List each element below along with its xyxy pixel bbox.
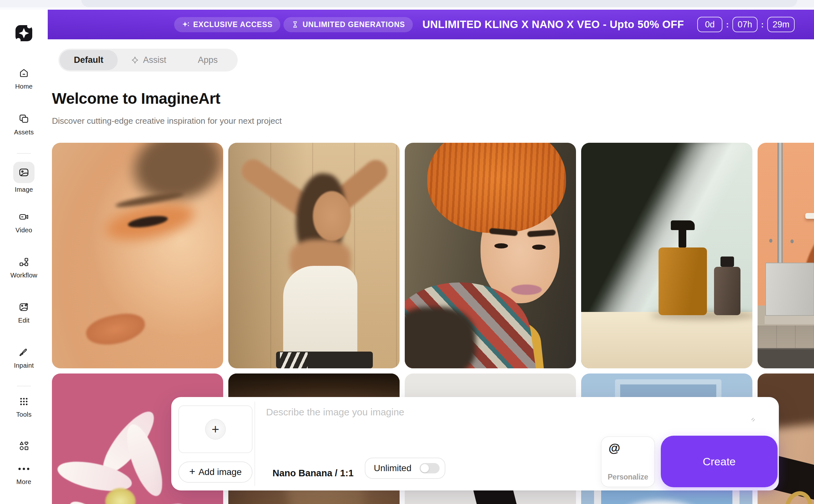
video-icon [18,211,30,222]
gallery-image-tanktop-portrait[interactable] [228,143,400,368]
imagineart-app: EXCLUSIVE ACCESS UNLIMITED GENERATIONS U… [0,0,814,504]
sidebar-label-video: Video [15,227,32,234]
browser-address-bar[interactable] [81,0,797,7]
sidebar-label-edit: Edit [18,317,29,324]
timer-separator: : [726,20,729,30]
hourglass-icon [291,21,299,28]
sparkle-icon [182,21,189,28]
sidebar-item-elements[interactable] [0,440,48,451]
sidebar-item-video[interactable]: Video [0,211,48,234]
shapes-icon [18,440,29,451]
brush-icon [18,347,29,358]
plus-icon: + [189,466,195,478]
imagineart-logo[interactable] [15,24,33,42]
mode-tabs: Default Assist Apps [58,49,238,72]
gallery-image-cosmetic-bottles[interactable] [581,143,752,368]
sidebar-label-workflow: Workflow [10,272,37,279]
model-selector[interactable]: Nano Banana / 1:1 [273,463,354,483]
add-image-label: Add image [198,467,242,477]
toggle-knob [421,464,429,472]
sidebar-item-home[interactable]: Home [0,68,48,90]
page-subtitle: Discover cutting-edge creative inspirati… [52,116,282,126]
sidebar-label-home: Home [15,83,33,90]
personalize-label: Personalize [601,473,654,481]
timer-days: 0d [697,17,722,32]
prompt-bar: + + Add image Nano Banana / 1:1 Unlimite… [171,397,779,490]
unlimited-label: Unlimited [374,463,412,473]
gallery-image-beanie-portrait[interactable] [405,143,576,368]
gallery-image-beauty-closeup[interactable] [52,143,223,368]
inspiration-row-1 [52,143,814,368]
sidebar-item-inpaint[interactable]: Inpaint [0,347,48,369]
edit-icon [18,302,29,313]
sidebar-item-assets[interactable]: Assets [0,113,48,136]
page-title: Welcome to ImagineArt [52,90,220,107]
tab-assist-label: Assist [143,55,166,65]
image-selected-chip [13,162,34,183]
assist-sparkle-icon [131,56,139,64]
tab-default[interactable]: Default [60,50,118,70]
exclusive-access-badge: EXCLUSIVE ACCESS [174,17,280,32]
unlimited-toggle-group[interactable]: Unlimited [365,458,445,479]
exclusive-access-label: EXCLUSIVE ACCESS [193,20,273,29]
sidebar-label-more: More [16,478,31,486]
image-drop-zone[interactable]: + [178,405,253,453]
tools-grid-icon [19,396,29,407]
unlimited-generations-label: UNLIMITED GENERATIONS [303,20,405,29]
plus-icon[interactable]: + [205,419,226,440]
promo-headline: UNLIMITED KLING X NANO X VEO - Upto 50% … [422,18,684,31]
promo-banner[interactable]: EXCLUSIVE ACCESS UNLIMITED GENERATIONS U… [48,10,814,39]
timer-hours: 07h [732,17,758,32]
add-image-button[interactable]: + Add image [178,461,253,483]
personalize-button[interactable]: @ Personalize [601,436,655,487]
resize-grip-icon[interactable] [749,416,756,424]
sidebar-item-more[interactable]: More [0,467,48,486]
at-icon: @ [608,441,620,455]
sidebar: Home Assets Image Video Workflow Edit [0,10,48,504]
timer-minutes: 29m [767,17,795,32]
tab-assist[interactable]: Assist [118,50,179,70]
sidebar-divider [17,386,31,386]
sidebar-item-tools[interactable]: Tools [0,396,48,418]
workflow-icon [18,257,29,267]
sidebar-label-inpaint: Inpaint [14,362,34,369]
unlimited-toggle[interactable] [420,463,440,473]
timer-separator: : [761,20,764,30]
sidebar-label-tools: Tools [16,411,32,418]
sidebar-item-workflow[interactable]: Workflow [0,257,48,279]
prompt-divider [255,402,255,486]
sidebar-label-assets: Assets [14,129,34,136]
home-icon [18,68,29,79]
more-dots-icon [17,467,31,470]
gallery-image-building-facade[interactable] [758,143,814,368]
unlimited-generations-badge: UNLIMITED GENERATIONS [284,17,412,32]
countdown-timer: 0d : 07h : 29m [697,17,795,32]
sidebar-divider [17,153,31,154]
browser-chrome [0,0,814,10]
image-icon [18,167,30,178]
sidebar-label-image: Image [15,186,33,193]
browser-chrome-divider [0,7,814,10]
sidebar-item-image[interactable]: Image [0,162,48,193]
tab-apps[interactable]: Apps [179,50,237,70]
sidebar-item-edit[interactable]: Edit [0,302,48,324]
assets-icon [18,113,29,124]
create-button[interactable]: Create [661,436,778,487]
